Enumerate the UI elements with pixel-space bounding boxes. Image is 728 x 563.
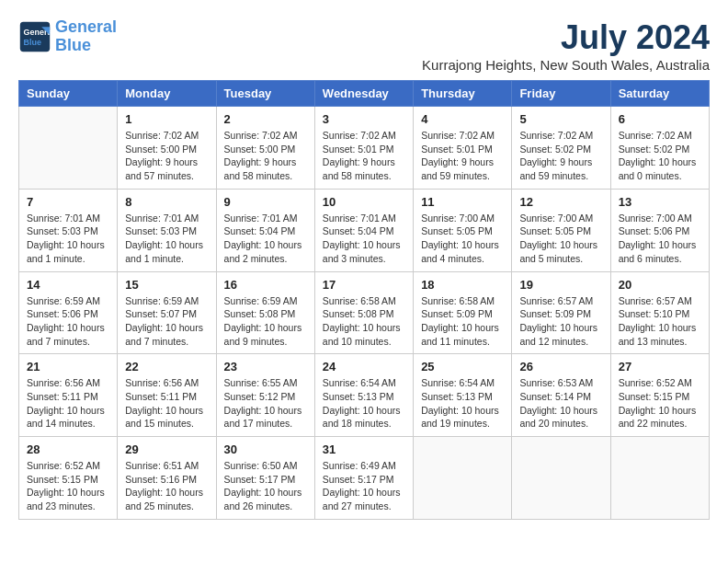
weekday-header-row: SundayMondayTuesdayWednesdayThursdayFrid…	[19, 81, 710, 107]
day-info: Sunrise: 6:55 AMSunset: 5:12 PMDaylight:…	[224, 376, 307, 431]
day-info: Sunrise: 7:01 AMSunset: 5:03 PMDaylight:…	[125, 212, 208, 266]
day-number: 11	[421, 195, 504, 209]
logo: General Blue General Blue	[18, 18, 117, 55]
day-info: Sunrise: 6:57 AMSunset: 5:09 PMDaylight:…	[519, 294, 602, 349]
day-number: 15	[125, 278, 208, 292]
calendar-day-29: 29Sunrise: 6:51 AMSunset: 5:16 PMDayligh…	[118, 437, 216, 520]
empty-cell	[610, 437, 709, 520]
day-number: 23	[224, 360, 307, 373]
calendar-day-6: 6Sunrise: 7:02 AMSunset: 5:02 PMDaylight…	[610, 107, 709, 190]
weekday-header-tuesday: Tuesday	[216, 81, 314, 107]
day-number: 21	[27, 360, 109, 373]
day-info: Sunrise: 6:57 AMSunset: 5:10 PMDaylight:…	[619, 294, 701, 349]
day-number: 31	[323, 442, 405, 456]
day-info: Sunrise: 6:56 AMSunset: 5:11 PMDaylight:…	[27, 376, 109, 431]
calendar-day-11: 11Sunrise: 7:00 AMSunset: 5:05 PMDayligh…	[414, 189, 512, 271]
day-number: 25	[421, 360, 504, 373]
calendar-day-24: 24Sunrise: 6:54 AMSunset: 5:13 PMDayligh…	[314, 354, 413, 437]
day-number: 18	[421, 278, 504, 292]
calendar-day-16: 16Sunrise: 6:59 AMSunset: 5:08 PMDayligh…	[216, 271, 314, 354]
calendar-day-17: 17Sunrise: 6:58 AMSunset: 5:08 PMDayligh…	[314, 271, 413, 354]
calendar-day-12: 12Sunrise: 7:00 AMSunset: 5:05 PMDayligh…	[512, 189, 610, 271]
day-number: 2	[224, 112, 307, 126]
calendar-day-20: 20Sunrise: 6:57 AMSunset: 5:10 PMDayligh…	[610, 271, 709, 354]
page-header: General Blue General Blue July 2024 Kurr…	[18, 18, 710, 73]
day-info: Sunrise: 7:02 AMSunset: 5:02 PMDaylight:…	[519, 129, 602, 183]
calendar-day-10: 10Sunrise: 7:01 AMSunset: 5:04 PMDayligh…	[314, 189, 413, 271]
calendar-table: SundayMondayTuesdayWednesdayThursdayFrid…	[18, 80, 710, 520]
calendar-week-5: 28Sunrise: 6:52 AMSunset: 5:15 PMDayligh…	[19, 437, 710, 520]
day-info: Sunrise: 7:02 AMSunset: 5:00 PMDaylight:…	[125, 129, 208, 183]
day-number: 7	[27, 195, 109, 209]
weekday-header-wednesday: Wednesday	[314, 81, 413, 107]
day-info: Sunrise: 6:54 AMSunset: 5:13 PMDaylight:…	[323, 376, 405, 431]
day-number: 19	[519, 278, 602, 292]
day-number: 4	[421, 112, 504, 126]
day-info: Sunrise: 7:01 AMSunset: 5:03 PMDaylight:…	[27, 212, 109, 266]
day-number: 5	[519, 112, 602, 126]
title-block: July 2024 Kurrajong Heights, New South W…	[422, 18, 710, 73]
day-info: Sunrise: 6:58 AMSunset: 5:09 PMDaylight:…	[421, 294, 504, 349]
day-info: Sunrise: 7:00 AMSunset: 5:05 PMDaylight:…	[421, 212, 504, 266]
day-info: Sunrise: 7:02 AMSunset: 5:00 PMDaylight:…	[224, 129, 307, 183]
calendar-week-3: 14Sunrise: 6:59 AMSunset: 5:06 PMDayligh…	[19, 271, 710, 354]
svg-text:Blue: Blue	[23, 38, 41, 47]
day-info: Sunrise: 6:50 AMSunset: 5:17 PMDaylight:…	[224, 459, 307, 513]
calendar-day-28: 28Sunrise: 6:52 AMSunset: 5:15 PMDayligh…	[19, 437, 118, 520]
day-number: 29	[125, 442, 208, 456]
day-info: Sunrise: 6:59 AMSunset: 5:07 PMDaylight:…	[125, 294, 208, 349]
calendar-day-3: 3Sunrise: 7:02 AMSunset: 5:01 PMDaylight…	[314, 107, 413, 190]
day-info: Sunrise: 6:59 AMSunset: 5:08 PMDaylight:…	[224, 294, 307, 349]
month-title: July 2024	[422, 18, 710, 57]
weekday-header-sunday: Sunday	[19, 81, 118, 107]
day-number: 30	[224, 442, 307, 456]
weekday-header-saturday: Saturday	[610, 81, 709, 107]
day-info: Sunrise: 6:52 AMSunset: 5:15 PMDaylight:…	[619, 376, 701, 431]
day-info: Sunrise: 6:58 AMSunset: 5:08 PMDaylight:…	[323, 294, 405, 349]
calendar-body: 1Sunrise: 7:02 AMSunset: 5:00 PMDaylight…	[19, 107, 710, 520]
empty-cell	[414, 437, 512, 520]
calendar-day-18: 18Sunrise: 6:58 AMSunset: 5:09 PMDayligh…	[414, 271, 512, 354]
day-number: 6	[619, 112, 701, 126]
calendar-day-23: 23Sunrise: 6:55 AMSunset: 5:12 PMDayligh…	[216, 354, 314, 437]
calendar-day-31: 31Sunrise: 6:49 AMSunset: 5:17 PMDayligh…	[314, 437, 413, 520]
calendar-day-8: 8Sunrise: 7:01 AMSunset: 5:03 PMDaylight…	[118, 189, 216, 271]
calendar-day-26: 26Sunrise: 6:53 AMSunset: 5:14 PMDayligh…	[512, 354, 610, 437]
day-number: 10	[323, 195, 405, 209]
day-info: Sunrise: 6:59 AMSunset: 5:06 PMDaylight:…	[27, 294, 109, 349]
calendar-day-22: 22Sunrise: 6:56 AMSunset: 5:11 PMDayligh…	[118, 354, 216, 437]
day-info: Sunrise: 6:56 AMSunset: 5:11 PMDaylight:…	[125, 376, 208, 431]
calendar-week-4: 21Sunrise: 6:56 AMSunset: 5:11 PMDayligh…	[19, 354, 710, 437]
calendar-day-25: 25Sunrise: 6:54 AMSunset: 5:13 PMDayligh…	[414, 354, 512, 437]
logo-icon: General Blue	[18, 20, 51, 53]
day-number: 12	[519, 195, 602, 209]
day-info: Sunrise: 6:54 AMSunset: 5:13 PMDaylight:…	[421, 376, 504, 431]
calendar-day-2: 2Sunrise: 7:02 AMSunset: 5:00 PMDaylight…	[216, 107, 314, 190]
day-info: Sunrise: 7:01 AMSunset: 5:04 PMDaylight:…	[323, 212, 405, 266]
calendar-day-4: 4Sunrise: 7:02 AMSunset: 5:01 PMDaylight…	[414, 107, 512, 190]
weekday-header-friday: Friday	[512, 81, 610, 107]
day-number: 3	[323, 112, 405, 126]
logo-text: General Blue	[55, 18, 117, 55]
day-number: 9	[224, 195, 307, 209]
calendar-day-1: 1Sunrise: 7:02 AMSunset: 5:00 PMDaylight…	[118, 107, 216, 190]
day-number: 27	[619, 360, 701, 373]
day-info: Sunrise: 7:02 AMSunset: 5:01 PMDaylight:…	[323, 129, 405, 183]
day-number: 26	[519, 360, 602, 373]
day-number: 13	[619, 195, 701, 209]
day-number: 28	[27, 442, 109, 456]
calendar-day-9: 9Sunrise: 7:01 AMSunset: 5:04 PMDaylight…	[216, 189, 314, 271]
day-number: 14	[27, 278, 109, 292]
calendar-day-15: 15Sunrise: 6:59 AMSunset: 5:07 PMDayligh…	[118, 271, 216, 354]
day-info: Sunrise: 7:00 AMSunset: 5:06 PMDaylight:…	[619, 212, 701, 266]
calendar-day-30: 30Sunrise: 6:50 AMSunset: 5:17 PMDayligh…	[216, 437, 314, 520]
day-info: Sunrise: 7:00 AMSunset: 5:05 PMDaylight:…	[519, 212, 602, 266]
weekday-header-monday: Monday	[118, 81, 216, 107]
day-number: 22	[125, 360, 208, 373]
calendar-day-14: 14Sunrise: 6:59 AMSunset: 5:06 PMDayligh…	[19, 271, 118, 354]
empty-cell	[19, 107, 118, 190]
day-number: 20	[619, 278, 701, 292]
day-info: Sunrise: 6:49 AMSunset: 5:17 PMDaylight:…	[323, 459, 405, 513]
calendar-week-1: 1Sunrise: 7:02 AMSunset: 5:00 PMDaylight…	[19, 107, 710, 190]
empty-cell	[512, 437, 610, 520]
